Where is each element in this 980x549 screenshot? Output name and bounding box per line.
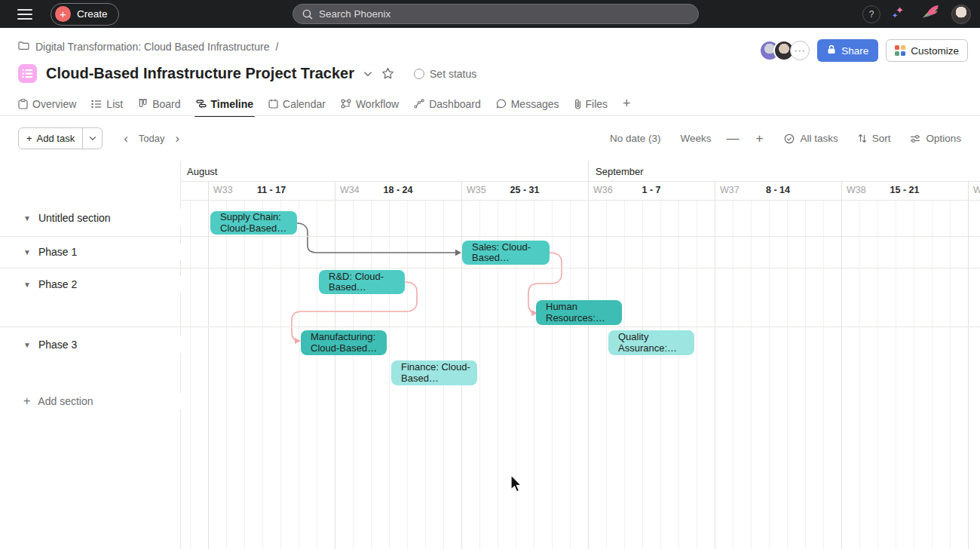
- set-status-label: Set status: [430, 68, 476, 80]
- plus-icon: +: [55, 6, 71, 22]
- task-label: Supply Chain: Cloud-Based…: [220, 212, 294, 234]
- task-bar-rnd[interactable]: R&D: Cloud-Based…: [319, 270, 405, 294]
- grid-line: [226, 200, 227, 549]
- plus-icon: +: [26, 133, 32, 144]
- section-label: Phase 2: [38, 278, 77, 290]
- week-range-label: 8 - 14: [715, 185, 841, 195]
- grid-line: [932, 200, 933, 549]
- search-input[interactable]: Search Phoenix: [292, 4, 699, 24]
- section-row-phase-3[interactable]: ▼Phase 3: [0, 336, 181, 353]
- plus-icon: +: [23, 394, 30, 408]
- month-label: September: [596, 166, 644, 177]
- section-divider: [0, 268, 980, 268]
- task-label: Manufacturing: Cloud-Based…: [311, 332, 384, 354]
- header-divider: [181, 181, 980, 182]
- grid-line: [914, 200, 914, 549]
- customize-icon: [895, 45, 905, 56]
- timeline-canvas[interactable]: ▼Untitled section▼Phase 1▼Phase 2▼Phase …: [0, 161, 980, 549]
- tab-calendar[interactable]: Calendar: [262, 93, 332, 115]
- tab-timeline[interactable]: Timeline: [190, 93, 260, 115]
- task-bar-finance[interactable]: Finance: Cloud-Based…: [391, 360, 477, 385]
- create-button[interactable]: + Create: [51, 3, 119, 26]
- header-divider: [181, 200, 980, 201]
- task-bar-quality-assurance[interactable]: Quality Assurance:…: [608, 330, 694, 355]
- grid-line: [353, 200, 354, 549]
- page-title: Cloud-Based Infrastructure Project Track…: [46, 65, 354, 82]
- project-list-icon[interactable]: [18, 64, 37, 83]
- topbar: + Create Search Phoenix ? ✦✦: [0, 0, 980, 28]
- tab-list[interactable]: List: [85, 93, 129, 115]
- zoom-level-button[interactable]: Weeks: [680, 133, 711, 144]
- share-button[interactable]: Share: [817, 39, 878, 62]
- more-members-button[interactable]: ···: [790, 41, 810, 60]
- customize-button[interactable]: Customize: [886, 39, 968, 62]
- collapse-section-icon[interactable]: ▼: [23, 214, 31, 222]
- week-range-label: 18 - 24: [335, 185, 461, 195]
- collapse-section-icon[interactable]: ▼: [23, 248, 31, 256]
- sort-button[interactable]: Sort: [858, 133, 891, 144]
- tab-workflow[interactable]: Workflow: [335, 93, 405, 115]
- today-button[interactable]: Today: [133, 133, 171, 144]
- grid-line: [697, 200, 697, 549]
- grid-line: [262, 200, 263, 549]
- tab-dashboard[interactable]: Dashboard: [408, 93, 487, 115]
- grid-line: [896, 200, 896, 549]
- no-date-button[interactable]: No date (3): [610, 133, 661, 144]
- task-bar-human-resources[interactable]: Human Resources:…: [536, 300, 622, 325]
- tab-messages[interactable]: Messages: [490, 93, 565, 115]
- section-panel: ▼Untitled section▼Phase 1▼Phase 2▼Phase …: [0, 161, 181, 549]
- topbar-right: ? ✦✦: [862, 0, 971, 28]
- section-row-phase-2[interactable]: ▼Phase 2: [0, 276, 181, 293]
- grid-line: [877, 200, 878, 549]
- week-range-label: 25 - 31: [461, 185, 588, 195]
- week-number-label: W39: [973, 185, 980, 195]
- set-status-button[interactable]: Set status: [414, 68, 476, 80]
- week-range-label: 1 - 7: [588, 185, 715, 195]
- tab-overview[interactable]: Overview: [12, 93, 82, 115]
- star-icon[interactable]: [381, 67, 394, 80]
- grid-line: [280, 200, 281, 549]
- toolbar-right: No date (3) Weeks — + All tasks Sort Opt…: [610, 131, 961, 146]
- task-bar-supply-chain[interactable]: Supply Chain: Cloud-Based…: [210, 211, 297, 235]
- folder-icon: [18, 41, 29, 53]
- add-task-dropdown[interactable]: [82, 128, 102, 149]
- add-tab-button[interactable]: +: [617, 96, 637, 112]
- collapse-section-icon[interactable]: ▼: [23, 341, 31, 349]
- mouse-cursor: [510, 474, 525, 494]
- share-button-label: Share: [841, 45, 868, 57]
- all-tasks-filter-button[interactable]: All tasks: [784, 133, 838, 144]
- section-row-phase-1[interactable]: ▼Phase 1: [0, 244, 181, 260]
- grid-line: [859, 200, 860, 549]
- status-circle-icon: [414, 69, 424, 79]
- grid-line: [317, 200, 317, 549]
- section-row-untitled-section[interactable]: ▼Untitled section: [0, 210, 181, 226]
- phoenix-logo-icon[interactable]: [918, 3, 941, 26]
- options-button[interactable]: Options: [910, 133, 961, 144]
- tab-files[interactable]: Files: [568, 93, 614, 115]
- tabs-row: Overview List Board Timeline Calendar Wo…: [12, 92, 980, 115]
- collapse-section-icon[interactable]: ▼: [23, 281, 31, 289]
- help-button[interactable]: ?: [862, 5, 880, 23]
- prev-period-button[interactable]: ‹: [119, 131, 133, 146]
- next-period-button[interactable]: ›: [171, 131, 185, 146]
- grid-line: [606, 200, 607, 549]
- add-task-button[interactable]: +Add task: [18, 127, 103, 149]
- task-label: R&D: Cloud-Based…: [329, 271, 402, 293]
- zoom-in-button[interactable]: +: [755, 131, 765, 146]
- sidebar-toggle-icon[interactable]: [17, 9, 32, 20]
- user-avatar[interactable]: [951, 5, 971, 24]
- section-label: Untitled section: [38, 212, 111, 224]
- chevron-down-icon[interactable]: [363, 71, 372, 77]
- task-bar-manufacturing[interactable]: Manufacturing: Cloud-Based…: [301, 330, 387, 355]
- ai-sparkles-icon[interactable]: ✦✦: [891, 6, 908, 23]
- breadcrumb-project-link[interactable]: Digital Transformation: Cloud Based Infr…: [35, 41, 269, 53]
- breadcrumb-separator: /: [275, 41, 278, 53]
- member-facepile[interactable]: ···: [759, 40, 810, 61]
- add-section-button[interactable]: +Add section: [0, 393, 181, 409]
- task-bar-sales[interactable]: Sales: Cloud-Based…: [462, 241, 550, 265]
- add-task-label: Add task: [37, 133, 75, 144]
- zoom-out-button[interactable]: —: [725, 131, 741, 146]
- task-label: Sales: Cloud-Based…: [472, 242, 547, 264]
- app-window: + Create Search Phoenix ? ✦✦: [0, 0, 980, 549]
- tab-board[interactable]: Board: [132, 93, 186, 115]
